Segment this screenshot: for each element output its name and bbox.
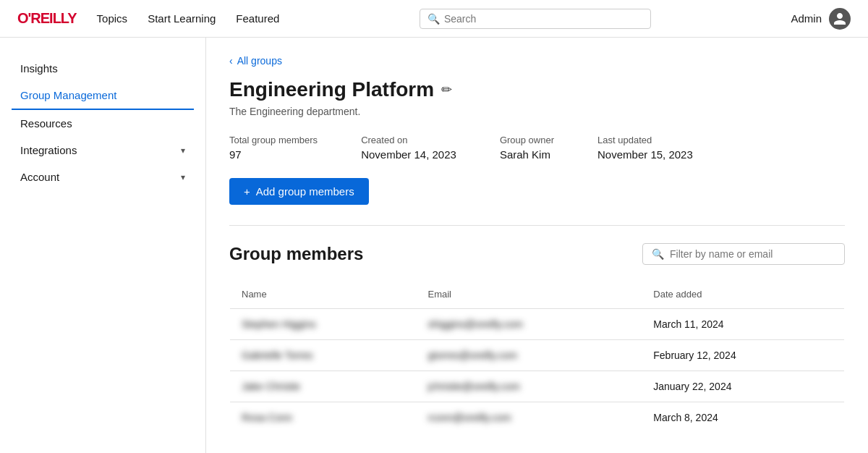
logo: O'REILLY xyxy=(17,10,77,27)
created-on-label: Created on xyxy=(361,135,456,145)
back-link[interactable]: ‹ All groups xyxy=(229,55,845,67)
sidebar-item-label: Resources xyxy=(20,117,72,130)
date-cell: March 8, 2024 xyxy=(642,402,844,433)
created-on-value: November 14, 2023 xyxy=(361,148,456,161)
col-name: Name xyxy=(230,280,417,309)
sidebar-item-resources[interactable]: Resources xyxy=(12,110,194,137)
plus-icon: + xyxy=(244,185,250,198)
name-cell: Gabrielle Torres xyxy=(230,340,417,371)
sidebar-item-account[interactable]: Account ▾ xyxy=(12,164,194,190)
search-area: 🔍 xyxy=(299,9,770,29)
name-cell: Rosa Conn xyxy=(230,402,417,433)
add-members-label: Add group members xyxy=(256,185,354,198)
group-members-title: Group members xyxy=(229,244,363,264)
filter-input[interactable] xyxy=(670,248,835,260)
filter-input-box[interactable]: 🔍 xyxy=(642,243,845,265)
table-row: Jake Christiejchristie@oreilly.comJanuar… xyxy=(230,371,845,402)
group-members-header: Group members 🔍 xyxy=(229,243,845,265)
group-owner-label: Group owner xyxy=(500,135,554,145)
date-cell: February 12, 2024 xyxy=(642,340,844,371)
col-date: Date added xyxy=(642,280,844,309)
filter-search-icon: 🔍 xyxy=(652,248,664,260)
sidebar-item-label: Account xyxy=(20,171,59,183)
table-row: Stephen Higginsshiggins@oreilly.comMarch… xyxy=(230,309,845,340)
search-icon: 🔍 xyxy=(427,13,440,25)
last-updated-label: Last updated xyxy=(597,135,693,145)
back-link-label: All groups xyxy=(237,55,282,67)
email-cell: gtorres@oreilly.com xyxy=(416,340,642,371)
start-learning-link[interactable]: Start Learning xyxy=(148,12,216,25)
group-title: Engineering Platform xyxy=(229,78,434,101)
sidebar-item-group-management[interactable]: Group Management xyxy=(12,82,194,110)
email-cell: rconn@oreilly.com xyxy=(416,402,642,433)
sidebar-item-label: Insights xyxy=(20,62,58,75)
table-row: Gabrielle Torresgtorres@oreilly.comFebru… xyxy=(230,340,845,371)
chevron-down-icon: ▾ xyxy=(181,172,185,182)
add-group-members-button[interactable]: + Add group members xyxy=(229,178,369,205)
topics-link[interactable]: Topics xyxy=(97,12,128,25)
back-arrow-icon: ‹ xyxy=(229,55,233,67)
col-email: Email xyxy=(416,280,642,309)
sidebar-item-integrations[interactable]: Integrations ▾ xyxy=(12,137,194,164)
top-nav: O'REILLY Topics Start Learning Featured … xyxy=(0,0,868,38)
divider xyxy=(229,225,845,226)
email-cell: shiggins@oreilly.com xyxy=(416,309,642,340)
group-stats: Total group members 97 Created on Novemb… xyxy=(229,135,845,161)
group-title-row: Engineering Platform ✏ xyxy=(229,78,845,101)
last-updated-value: November 15, 2023 xyxy=(597,148,693,161)
main-content: ‹ All groups Engineering Platform ✏ The … xyxy=(206,38,868,453)
search-box[interactable]: 🔍 xyxy=(420,9,651,29)
date-cell: January 22, 2024 xyxy=(642,371,844,402)
avatar[interactable] xyxy=(829,8,851,30)
featured-link[interactable]: Featured xyxy=(236,12,279,25)
search-input[interactable] xyxy=(444,13,643,25)
stat-created-on: Created on November 14, 2023 xyxy=(361,135,456,161)
sidebar: Insights Group Management Resources Inte… xyxy=(0,38,206,453)
total-members-label: Total group members xyxy=(229,135,318,145)
members-table: Name Email Date added Stephen Higginsshi… xyxy=(229,279,845,433)
email-cell: jchristie@oreilly.com xyxy=(416,371,642,402)
stat-total-members: Total group members 97 xyxy=(229,135,318,161)
sidebar-item-label: Group Management xyxy=(20,89,116,101)
nav-right: Admin xyxy=(791,8,851,30)
date-cell: March 11, 2024 xyxy=(642,309,844,340)
group-description: The Engineering department. xyxy=(229,106,845,117)
total-members-value: 97 xyxy=(229,148,318,161)
sidebar-item-label: Integrations xyxy=(20,144,77,156)
sidebar-item-insights[interactable]: Insights xyxy=(12,55,194,82)
chevron-down-icon: ▾ xyxy=(181,145,185,156)
name-cell: Stephen Higgins xyxy=(230,309,417,340)
stat-last-updated: Last updated November 15, 2023 xyxy=(597,135,693,161)
edit-icon[interactable]: ✏ xyxy=(441,82,452,98)
table-row: Rosa Connrconn@oreilly.comMarch 8, 2024 xyxy=(230,402,845,433)
admin-label: Admin xyxy=(791,12,822,25)
main-layout: Insights Group Management Resources Inte… xyxy=(0,38,868,453)
name-cell: Jake Christie xyxy=(230,371,417,402)
stat-group-owner: Group owner Sarah Kim xyxy=(500,135,554,161)
group-owner-value: Sarah Kim xyxy=(500,148,554,161)
